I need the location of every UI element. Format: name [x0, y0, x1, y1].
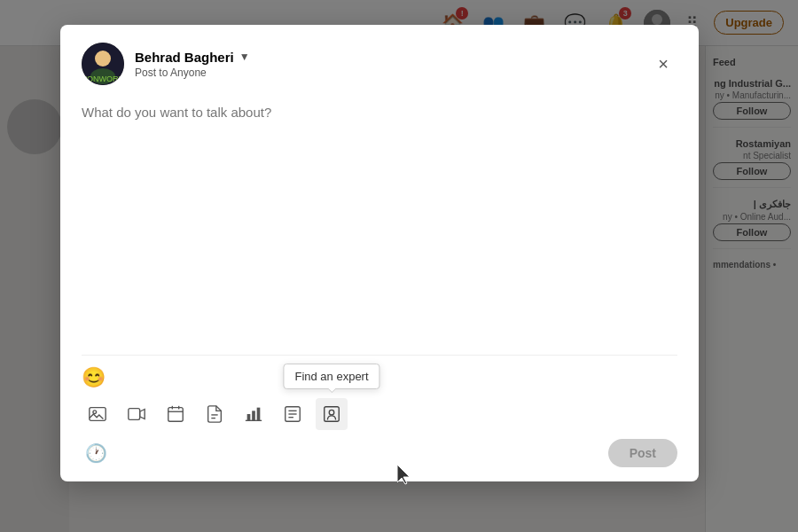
- document-icon: [205, 404, 224, 424]
- svg-rect-16: [247, 414, 251, 420]
- modal-user-name: Behrad Bagheri: [135, 50, 234, 65]
- svg-rect-24: [325, 407, 340, 422]
- video-button[interactable]: [121, 398, 153, 430]
- svg-rect-10: [168, 408, 184, 422]
- modal-user-info: TONWORK Behrad Bagheri ▼ Post to Anyone: [82, 43, 250, 85]
- chart-icon: [244, 404, 263, 424]
- photo-button[interactable]: [82, 398, 113, 430]
- svg-rect-18: [257, 408, 261, 421]
- article-icon: [283, 404, 302, 424]
- modal-header: TONWORK Behrad Bagheri ▼ Post to Anyone …: [82, 43, 677, 85]
- article-button[interactable]: [277, 398, 309, 430]
- expert-tooltip-container: Find an expert: [316, 398, 348, 430]
- photo-icon: [88, 404, 107, 424]
- modal-name-row: Behrad Bagheri ▼: [135, 50, 250, 65]
- svg-rect-17: [252, 411, 255, 420]
- svg-rect-9: [129, 409, 140, 420]
- post-textarea[interactable]: [82, 99, 677, 348]
- find-expert-tooltip: Find an expert: [283, 364, 379, 389]
- svg-text:TONWORK: TONWORK: [82, 74, 124, 83]
- svg-point-8: [93, 411, 97, 414]
- modal-close-button[interactable]: ×: [649, 50, 677, 78]
- svg-point-4: [95, 51, 111, 66]
- post-modal: TONWORK Behrad Bagheri ▼ Post to Anyone …: [60, 25, 699, 481]
- modal-user-avatar: TONWORK: [82, 43, 124, 85]
- post-button[interactable]: Post: [608, 439, 677, 467]
- emoji-button[interactable]: 😊: [82, 366, 106, 389]
- svg-point-25: [329, 410, 334, 415]
- document-button[interactable]: [199, 398, 231, 430]
- find-expert-button[interactable]: [316, 398, 348, 430]
- modal-user-details: Behrad Bagheri ▼ Post to Anyone: [135, 50, 250, 79]
- event-button[interactable]: [160, 398, 192, 430]
- chart-button[interactable]: [238, 398, 270, 430]
- modal-bottom-row: 🕐 Post: [82, 439, 677, 467]
- modal-footer: 😊: [82, 355, 677, 467]
- find-expert-icon: [322, 404, 341, 424]
- event-icon: [166, 404, 185, 424]
- video-icon: [127, 404, 146, 424]
- dropdown-arrow-icon[interactable]: ▼: [239, 51, 250, 63]
- modal-post-to[interactable]: Post to Anyone: [135, 66, 250, 79]
- schedule-button[interactable]: 🕐: [82, 439, 110, 467]
- toolbar-icons: Find an expert: [82, 398, 677, 430]
